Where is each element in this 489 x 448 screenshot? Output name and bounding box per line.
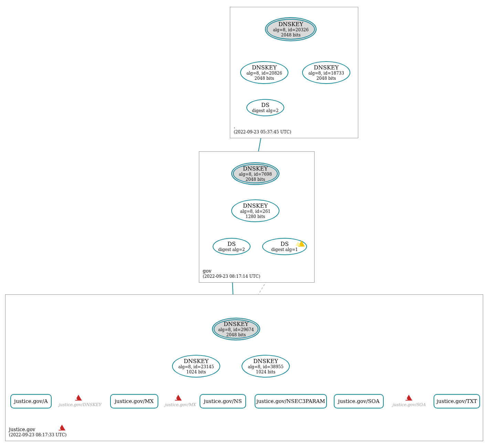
node-line1: alg=8, id=7698 [239, 172, 272, 177]
justice-zsk-38955[interactable]: DNSKEY alg=8, id=38955 1024 bits [242, 355, 290, 378]
gov-ds-alg2[interactable]: DS digest alg=2 [213, 238, 251, 255]
justice-zsk-23145[interactable]: DNSKEY alg=8, id=23145 1024 bits [172, 355, 220, 378]
node-title: DS [227, 241, 236, 247]
node-title: DNSKEY [253, 358, 278, 364]
node-line2: 1280 bits [246, 214, 265, 219]
node-line2: 2048 bits [255, 76, 274, 81]
gov-zsk[interactable]: DNSKEY alg=8, id=261 1280 bits [231, 199, 279, 222]
rr-soa[interactable]: justice.gov/SOA [334, 394, 384, 408]
node-title: DNSKEY [243, 203, 268, 209]
node-title: DNSKEY [252, 64, 277, 71]
node-title: DNSKEY [224, 321, 248, 327]
node-line2: 2048 bits [226, 332, 246, 337]
zone-gov-name: gov [203, 268, 260, 274]
node-line1: digest alg=2 [218, 247, 245, 252]
justice-ksk[interactable]: DNSKEY alg=8, id=29674 2048 bits [212, 318, 260, 340]
node-line2: 2048 bits [281, 33, 301, 37]
error-icon: ! [175, 395, 182, 401]
error-label-mx: justice.gov/MX [164, 402, 195, 407]
node-line1: alg=8, id=38955 [248, 364, 284, 369]
rr-txt[interactable]: justice.gov/TXT [434, 394, 480, 408]
node-line1: alg=8, id=20326 [273, 28, 309, 32]
node-line2: 1024 bits [187, 370, 206, 374]
node-title: DS [280, 241, 289, 247]
error-label-soa: justice.gov/SOA [392, 402, 425, 407]
root-ksk[interactable]: DNSKEY alg=8, id=20326 2048 bits [265, 17, 317, 41]
error-icon: ! [75, 395, 82, 401]
rr-mx[interactable]: justice.gov/MX [110, 394, 158, 408]
zone-root-label: . (2022-09-23 05:37:45 UTC) [234, 123, 291, 135]
zone-gov-label: gov (2022-09-23 08:17:14 UTC) [203, 268, 260, 280]
rr-nsec3param[interactable]: justice.gov/NSEC3PARAM [255, 394, 327, 408]
node-title: DNSKEY [314, 64, 339, 71]
warning-icon: ! [298, 241, 305, 247]
gov-ksk[interactable]: DNSKEY alg=8, id=7698 2048 bits [231, 162, 279, 185]
zone-justice-ts: (2022-09-23 08:17:33 UTC) [9, 433, 66, 438]
node-title: DNSKEY [278, 21, 303, 28]
node-line1: alg=8, id=29674 [218, 327, 254, 332]
error-label-dnskey: justice.gov/DNSKEY [59, 402, 101, 407]
diagram-stage: . (2022-09-23 05:37:45 UTC) gov (2022-09… [0, 0, 489, 448]
node-line1: alg=8, id=20826 [246, 71, 282, 76]
node-line1: digest alg=1 [271, 247, 298, 252]
node-title: DNSKEY [184, 358, 209, 364]
root-ds[interactable]: DS digest alg=2 [246, 99, 284, 116]
node-line1: alg=8, id=23145 [178, 364, 214, 369]
error-icon: ! [59, 425, 65, 431]
rr-a[interactable]: justice.gov/A [10, 394, 52, 408]
rr-ns[interactable]: justice.gov/NS [200, 394, 246, 408]
node-line1: alg=8, id=18733 [308, 71, 344, 76]
node-line1: digest alg=2 [252, 108, 278, 113]
zone-root-name: . [234, 123, 291, 130]
node-title: DS [261, 102, 269, 108]
node-line2: 2048 bits [246, 177, 265, 182]
zone-gov-ts: (2022-09-23 08:17:14 UTC) [203, 274, 260, 280]
node-title: DNSKEY [243, 165, 268, 172]
node-line2: 2048 bits [317, 76, 336, 81]
root-zsk-18733[interactable]: DNSKEY alg=8, id=18733 2048 bits [302, 61, 350, 84]
node-line2: 1024 bits [256, 370, 276, 374]
root-zsk-20826[interactable]: DNSKEY alg=8, id=20826 2048 bits [240, 61, 288, 84]
zone-root-ts: (2022-09-23 05:37:45 UTC) [234, 130, 291, 135]
node-line1: alg=8, id=261 [240, 209, 270, 214]
error-icon: ! [405, 395, 412, 401]
